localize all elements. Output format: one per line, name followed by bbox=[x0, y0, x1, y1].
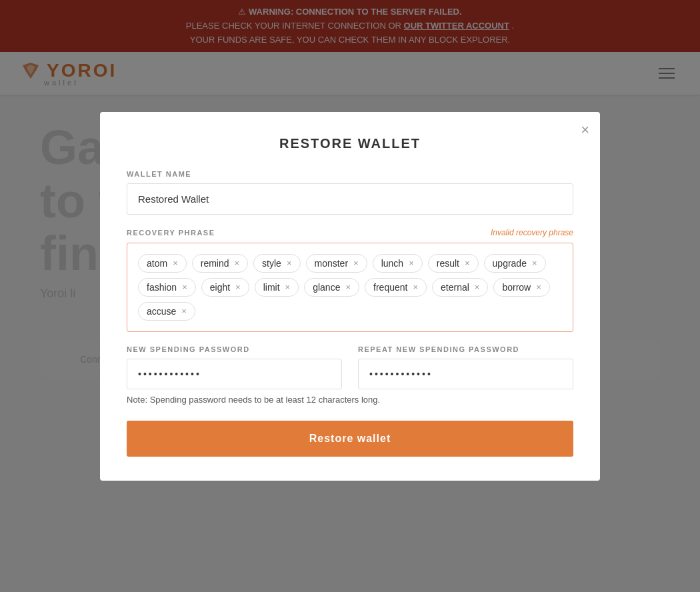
tag-remove-button[interactable]: × bbox=[285, 282, 291, 292]
restore-wallet-button[interactable]: Restore wallet bbox=[127, 421, 573, 457]
tag-remove-button[interactable]: × bbox=[235, 258, 240, 268]
tag-word: eight bbox=[210, 282, 230, 293]
tag-remove-button[interactable]: × bbox=[235, 282, 241, 292]
tag-remove-button[interactable]: × bbox=[465, 258, 470, 268]
tag-remove-button[interactable]: × bbox=[182, 282, 187, 292]
recovery-tag: lunch× bbox=[373, 254, 423, 273]
tag-remove-button[interactable]: × bbox=[181, 306, 187, 316]
repeat-password-label: REPEAT NEW SPENDING PASSWORD bbox=[358, 345, 573, 353]
tag-word: monster bbox=[315, 258, 349, 269]
tag-remove-button[interactable]: × bbox=[345, 282, 351, 292]
tag-word: borrow bbox=[502, 282, 531, 293]
tag-word: frequent bbox=[373, 282, 407, 293]
modal-title: RESTORE WALLET bbox=[127, 136, 573, 151]
tag-word: glance bbox=[313, 282, 340, 293]
new-password-col: NEW SPENDING PASSWORD bbox=[127, 345, 342, 389]
tag-word: upgrade bbox=[493, 258, 527, 269]
tag-remove-button[interactable]: × bbox=[532, 258, 537, 268]
modal-overlay: × RESTORE WALLET WALLET NAME RECOVERY PH… bbox=[0, 0, 700, 592]
wallet-name-input[interactable] bbox=[127, 183, 573, 215]
tag-remove-button[interactable]: × bbox=[536, 282, 541, 292]
password-fields-row: NEW SPENDING PASSWORD REPEAT NEW SPENDIN… bbox=[127, 345, 573, 389]
recovery-tag: eight× bbox=[201, 278, 249, 297]
recovery-tag: atom× bbox=[138, 254, 187, 273]
tag-word: style bbox=[262, 258, 281, 269]
recovery-tag: borrow× bbox=[493, 278, 549, 297]
tag-word: fashion bbox=[147, 282, 177, 293]
recovery-tag: fashion× bbox=[138, 278, 196, 297]
tag-word: remind bbox=[201, 258, 229, 269]
tag-remove-button[interactable]: × bbox=[413, 282, 418, 292]
recovery-tag: style× bbox=[253, 254, 300, 273]
recovery-error: Invalid recovery phrase bbox=[491, 228, 573, 237]
recovery-tag: eternal× bbox=[432, 278, 488, 297]
wallet-name-label: WALLET NAME bbox=[127, 170, 573, 178]
restore-wallet-modal: × RESTORE WALLET WALLET NAME RECOVERY PH… bbox=[100, 112, 600, 481]
tag-word: accuse bbox=[147, 306, 176, 317]
tag-remove-button[interactable]: × bbox=[287, 258, 292, 268]
recovery-tag: upgrade× bbox=[484, 254, 546, 273]
recovery-phrase-row: RECOVERY PHRASE Invalid recovery phrase bbox=[127, 228, 573, 237]
tag-word: limit bbox=[263, 282, 280, 293]
recovery-phrase-area[interactable]: atom×remind×style×monster×lunch×result×u… bbox=[127, 243, 573, 332]
new-password-input[interactable] bbox=[127, 359, 342, 389]
recovery-phrase-label: RECOVERY PHRASE bbox=[127, 229, 215, 237]
tag-word: result bbox=[437, 258, 459, 269]
tag-word: lunch bbox=[381, 258, 403, 269]
tag-remove-button[interactable]: × bbox=[353, 258, 359, 268]
recovery-tag: accuse× bbox=[138, 302, 195, 321]
repeat-password-col: REPEAT NEW SPENDING PASSWORD bbox=[358, 345, 573, 389]
recovery-tag: limit× bbox=[255, 278, 299, 297]
new-password-label: NEW SPENDING PASSWORD bbox=[127, 345, 342, 353]
tag-word: eternal bbox=[441, 282, 469, 293]
tag-remove-button[interactable]: × bbox=[409, 258, 414, 268]
recovery-tag: remind× bbox=[192, 254, 248, 273]
close-button[interactable]: × bbox=[581, 123, 589, 137]
recovery-tag: result× bbox=[428, 254, 479, 273]
repeat-password-input[interactable] bbox=[358, 359, 573, 389]
tag-remove-button[interactable]: × bbox=[475, 282, 480, 292]
recovery-tag: frequent× bbox=[365, 278, 427, 297]
recovery-tag: glance× bbox=[304, 278, 359, 297]
tag-word: atom bbox=[147, 258, 167, 269]
recovery-tag: monster× bbox=[306, 254, 367, 273]
password-note: Note: Spending password needs to be at l… bbox=[127, 395, 573, 405]
tag-remove-button[interactable]: × bbox=[173, 258, 178, 268]
